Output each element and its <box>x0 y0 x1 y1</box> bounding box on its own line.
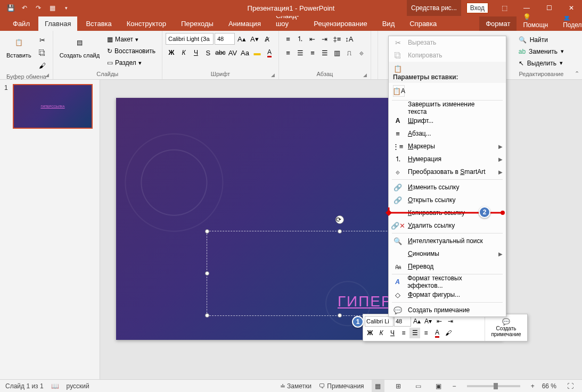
mini-italic[interactable]: К <box>376 328 387 338</box>
mini-align-left[interactable]: ≡ <box>398 328 409 338</box>
language-button[interactable]: русский <box>67 382 89 390</box>
tab-file[interactable]: Файл <box>6 16 36 31</box>
login-button[interactable]: Вход <box>466 3 488 13</box>
slide-sorter-button[interactable]: ⊞ <box>392 380 405 393</box>
highlight-button[interactable]: ▬ <box>251 47 263 59</box>
reading-view-button[interactable]: ▭ <box>412 380 425 393</box>
cut-button[interactable]: ✂ <box>37 34 48 46</box>
redo-button[interactable]: ↷ <box>33 3 44 13</box>
save-button[interactable]: 💾 <box>5 3 16 13</box>
menu-paragraph[interactable]: ≡Абзац... <box>389 127 506 140</box>
grow-font-button[interactable]: A▴ <box>236 33 248 45</box>
thumbnail-panel[interactable]: 1 ГИПЕРССЫЛКА <box>0 80 100 379</box>
menu-synonyms[interactable]: Синонимы▶ <box>389 247 506 260</box>
increase-indent-button[interactable]: ⇥ <box>319 33 331 45</box>
mini-size-select[interactable] <box>394 316 411 327</box>
resize-handle-w[interactable] <box>205 271 209 276</box>
columns-button[interactable]: ▥ <box>331 47 343 59</box>
paste-keep-formatting-button[interactable]: 📋A <box>393 85 405 97</box>
menu-smartart[interactable]: ⟐Преобразовать в SmartArt▶ <box>389 165 506 178</box>
zoom-in-button[interactable]: + <box>531 382 535 390</box>
mini-align-right[interactable]: ≡ <box>421 328 431 338</box>
maximize-button[interactable]: ☐ <box>538 0 560 16</box>
resize-handle-nw[interactable] <box>205 229 209 233</box>
spacing-button[interactable]: AV <box>227 47 239 59</box>
menu-text-effects[interactable]: AФормат текстовых эффектов... <box>389 276 506 288</box>
menu-translate[interactable]: 🗛Перевод <box>389 260 506 273</box>
tab-insert[interactable]: Вставка <box>79 16 118 31</box>
new-slide-button[interactable]: ▤ Создать слайд <box>56 33 103 60</box>
shrink-font-button[interactable]: A▾ <box>249 33 260 45</box>
resize-handle-sw[interactable] <box>205 313 209 318</box>
menu-remove-link[interactable]: 🔗✕Удалить ссылку <box>389 219 506 232</box>
mini-shrink-font[interactable]: A▾ <box>423 316 433 327</box>
justify-button[interactable]: ☰ <box>319 47 331 59</box>
menu-copy[interactable]: ⿻Копировать <box>389 49 506 62</box>
reset-button[interactable]: ↻Восстановить <box>105 46 158 56</box>
tab-review[interactable]: Рецензирование <box>307 16 373 31</box>
slideshow-view-button[interactable]: ▣ <box>432 380 445 393</box>
mini-new-comment[interactable]: 💬 Создать примечание <box>485 314 527 341</box>
zoom-thumb[interactable] <box>494 383 498 389</box>
notes-button[interactable]: ≐ Заметки <box>280 382 312 390</box>
slide-count[interactable]: Слайд 1 из 1 <box>5 382 44 390</box>
find-button[interactable]: 🔍Найти <box>515 34 567 45</box>
change-case-button[interactable]: Aa <box>239 47 251 59</box>
mini-dec-indent[interactable]: ⇤ <box>434 316 445 327</box>
slide-thumbnail[interactable]: 1 ГИПЕРССЫЛКА <box>4 84 95 129</box>
align-left-button[interactable]: ≡ <box>282 47 294 59</box>
font-family-select[interactable] <box>166 33 214 45</box>
menu-font[interactable]: AШрифт... <box>389 114 506 127</box>
mini-format-painter[interactable]: 🖌 <box>443 328 454 338</box>
clipboard-launcher-icon[interactable]: ◢ <box>45 72 52 79</box>
font-launcher-icon[interactable]: ◢ <box>271 72 277 79</box>
mini-font-color[interactable]: A <box>432 328 442 338</box>
rotation-handle[interactable]: ⟳ <box>335 215 344 224</box>
menu-bullets[interactable]: ⋮≡Маркеры▶ <box>389 140 506 153</box>
shadow-button[interactable]: S <box>202 47 214 59</box>
replace-button[interactable]: abЗаменить ▾ <box>515 46 567 57</box>
menu-numbering[interactable]: ⒈Нумерация▶ <box>389 153 506 165</box>
paste-button[interactable]: 📋 Вставить <box>3 33 35 60</box>
mini-grow-font[interactable]: A▴ <box>412 316 422 327</box>
tab-home[interactable]: Главная <box>38 16 77 31</box>
align-text-button[interactable]: ⎍ <box>343 47 355 59</box>
tab-transitions[interactable]: Переходы <box>175 16 220 31</box>
mini-bold[interactable]: Ж <box>365 328 375 338</box>
menu-smart-lookup[interactable]: 🔍Интеллектуальный поиск <box>389 235 506 247</box>
mini-underline[interactable]: Ч <box>387 328 398 338</box>
numbering-button[interactable]: ⒈ <box>294 33 306 45</box>
thumbnail-image[interactable]: ГИПЕРССЫЛКА <box>13 84 93 129</box>
select-button[interactable]: ↖Выделить ▾ <box>515 57 567 69</box>
close-button[interactable]: ✕ <box>561 0 582 16</box>
bullets-button[interactable]: ≡ <box>282 33 294 45</box>
menu-finish-text[interactable]: Завершить изменение текста <box>389 102 506 114</box>
qat-customize-icon[interactable]: ▾ <box>61 3 71 13</box>
tab-design[interactable]: Конструктор <box>120 16 173 31</box>
section-button[interactable]: ▭Раздел ▾ <box>105 57 158 68</box>
menu-shape-format[interactable]: ◇Формат фигуры... <box>389 288 506 301</box>
paragraph-launcher-icon[interactable]: ◢ <box>363 72 370 79</box>
strike-button[interactable]: abc <box>215 47 226 59</box>
bold-button[interactable]: Ж <box>166 47 177 59</box>
mini-font-select[interactable] <box>365 316 394 327</box>
tab-view[interactable]: Вид <box>376 16 401 31</box>
menu-open-link[interactable]: 🔗Открыть ссылку <box>389 194 506 206</box>
undo-button[interactable]: ↶ <box>19 3 30 13</box>
copy-button[interactable]: ⿻ <box>37 47 48 59</box>
collapse-ribbon-icon[interactable]: ⌃ <box>575 70 579 77</box>
align-right-button[interactable]: ≡ <box>307 47 318 59</box>
font-size-select[interactable] <box>215 33 235 45</box>
normal-view-button[interactable]: ▦ <box>372 380 384 393</box>
start-slideshow-button[interactable]: ▦ <box>47 3 58 13</box>
text-direction-button[interactable]: ↕A <box>343 33 355 45</box>
zoom-level[interactable]: 66 % <box>542 382 556 390</box>
tab-animations[interactable]: Анимация <box>222 16 267 31</box>
align-center-button[interactable]: ☰ <box>294 47 306 59</box>
underline-button[interactable]: Ч <box>190 47 202 59</box>
font-color-button[interactable]: A <box>264 47 275 59</box>
comments-button[interactable]: 🗨 Примечания <box>319 382 364 390</box>
zoom-slider[interactable] <box>467 385 520 387</box>
format-painter-button[interactable]: 🖌 <box>37 60 48 71</box>
layout-button[interactable]: ▦Макет ▾ <box>105 34 158 45</box>
